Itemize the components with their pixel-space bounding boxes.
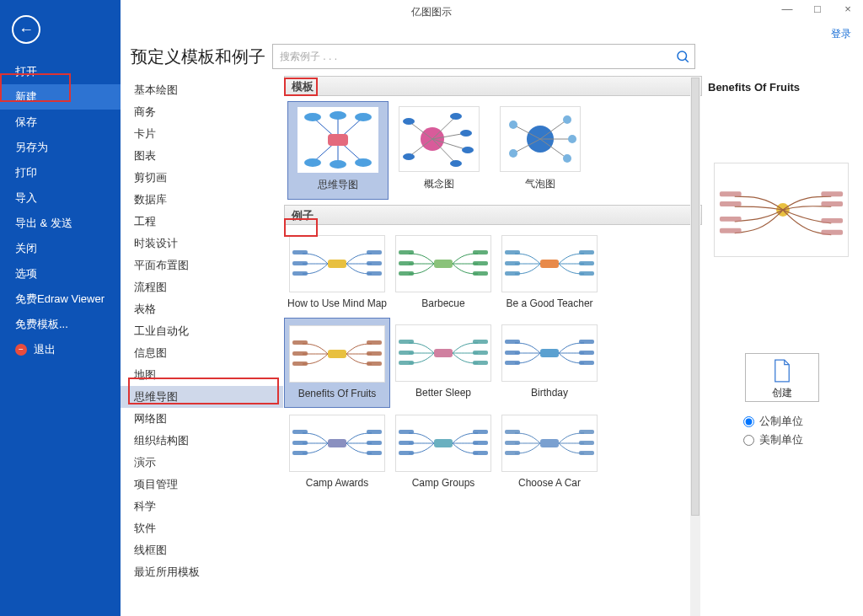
svg-point-36 xyxy=(563,115,571,124)
example-item[interactable]: Camp Groups xyxy=(390,408,496,497)
svg-rect-110 xyxy=(821,230,843,235)
example-thumbnail xyxy=(501,324,598,382)
svg-rect-100 xyxy=(579,441,594,445)
unit-metric-radio[interactable] xyxy=(743,416,754,427)
template-item[interactable]: 思维导图 xyxy=(287,101,389,200)
svg-rect-40 xyxy=(292,250,308,254)
scrollbar-thumb[interactable] xyxy=(691,78,700,516)
nav-label: 退出 xyxy=(34,337,56,362)
nav-item[interactable]: 打印 xyxy=(0,160,121,185)
svg-rect-49 xyxy=(399,271,414,276)
svg-point-37 xyxy=(568,135,576,143)
svg-rect-107 xyxy=(821,191,843,196)
example-item[interactable]: Benefits Of Fruits xyxy=(284,318,390,409)
close-button[interactable]: × xyxy=(833,0,863,20)
scrollbar[interactable] xyxy=(690,78,700,616)
template-label: 思维导图 xyxy=(288,178,388,192)
nav-label: 保存 xyxy=(15,115,37,128)
search-wrap xyxy=(272,44,695,69)
nav-item[interactable]: 选项 xyxy=(0,261,121,287)
svg-line-1 xyxy=(685,59,689,62)
svg-rect-50 xyxy=(473,250,488,254)
nav-item[interactable]: 关闭 xyxy=(0,236,121,261)
svg-rect-71 xyxy=(473,340,488,344)
example-item[interactable]: Better Sleep xyxy=(390,318,496,409)
example-item[interactable]: Camp Awards xyxy=(284,408,390,497)
svg-rect-82 xyxy=(292,430,308,434)
create-button[interactable]: 创建 xyxy=(745,353,819,402)
unit-imperial-option[interactable]: 美制单位 xyxy=(743,431,858,449)
search-icon[interactable] xyxy=(675,49,690,64)
example-thumbnail xyxy=(501,415,598,472)
svg-rect-67 xyxy=(434,349,453,357)
example-item[interactable]: How to Use Mind Map xyxy=(284,228,390,318)
svg-rect-64 xyxy=(367,340,382,345)
svg-rect-85 xyxy=(367,430,382,434)
search-input[interactable] xyxy=(272,44,695,69)
svg-rect-109 xyxy=(821,218,843,223)
template-item[interactable]: 概念图 xyxy=(389,101,490,200)
template-item[interactable]: 气泡图 xyxy=(490,101,591,200)
svg-rect-83 xyxy=(292,441,308,445)
back-button[interactable]: ← xyxy=(12,15,40,44)
svg-rect-61 xyxy=(292,340,308,345)
svg-point-38 xyxy=(563,154,571,163)
example-label: How to Use Mind Map xyxy=(287,297,388,311)
svg-rect-43 xyxy=(367,250,382,254)
nav-label: 免费模板... xyxy=(15,318,68,330)
nav-item[interactable]: 免费模板... xyxy=(0,312,121,337)
example-label: Camp Awards xyxy=(287,477,388,490)
example-grid: How to Use Mind Map Barbecue Be a Good T… xyxy=(284,225,702,501)
nav-label: 新建 xyxy=(15,90,37,103)
example-label: Barbecue xyxy=(393,297,494,311)
unit-metric-option[interactable]: 公制单位 xyxy=(743,412,858,431)
maximize-button[interactable]: □ xyxy=(802,0,833,20)
nav-item[interactable]: 打开 xyxy=(0,59,121,84)
template-thumbnail xyxy=(399,106,480,172)
window-controls: — □ × xyxy=(772,0,863,20)
svg-rect-66 xyxy=(367,362,382,366)
preview-thumbnail xyxy=(714,163,849,257)
nav-item[interactable]: 保存 xyxy=(0,110,121,135)
svg-rect-92 xyxy=(473,430,488,434)
nav-item[interactable]: 新建 xyxy=(0,84,121,110)
example-thumbnail xyxy=(289,325,385,383)
nav-item[interactable]: 导入 xyxy=(0,185,121,211)
nav-item[interactable]: 免费Edraw Viewer xyxy=(0,287,121,312)
svg-rect-45 xyxy=(367,271,382,276)
page-title: 预定义模板和例子 xyxy=(131,46,265,68)
nav-item[interactable]: 导出 & 发送 xyxy=(0,211,121,236)
svg-rect-86 xyxy=(367,441,382,445)
svg-rect-90 xyxy=(399,441,414,445)
example-item[interactable]: Birthday xyxy=(496,318,603,409)
unit-metric-label: 公制单位 xyxy=(759,414,803,429)
nav-item[interactable]: 另存为 xyxy=(0,135,121,160)
app-title: 亿图图示 xyxy=(411,6,452,18)
svg-point-35 xyxy=(509,149,517,158)
svg-rect-69 xyxy=(399,351,414,355)
svg-point-34 xyxy=(509,121,517,129)
example-item[interactable]: Be a Good Teacher xyxy=(496,228,603,318)
title-bar: 亿图图示 — □ × xyxy=(0,0,863,24)
section-examples-header: 例子 xyxy=(284,205,702,225)
minimize-button[interactable]: — xyxy=(772,0,802,20)
nav-item[interactable]: −退出 xyxy=(0,337,121,362)
arrow-left-icon: ← xyxy=(19,21,34,39)
svg-rect-52 xyxy=(473,271,488,276)
svg-rect-48 xyxy=(399,261,414,265)
example-item[interactable]: Choose A Car xyxy=(496,408,603,497)
unit-imperial-radio[interactable] xyxy=(743,435,754,446)
svg-rect-88 xyxy=(434,439,453,447)
example-item[interactable]: Barbecue xyxy=(390,228,496,318)
unit-imperial-label: 美制单位 xyxy=(759,432,803,447)
svg-rect-77 xyxy=(505,361,520,365)
content-scroll: 模板 思维导图 概念图 气泡图 例子 How to Use Mind Map xyxy=(284,76,702,613)
svg-point-13 xyxy=(355,158,372,167)
svg-rect-87 xyxy=(367,451,382,455)
svg-point-26 xyxy=(462,147,474,153)
nav-label: 关闭 xyxy=(15,242,37,254)
svg-rect-53 xyxy=(540,260,559,268)
unit-radio-group: 公制单位 美制单位 xyxy=(743,412,858,449)
example-thumbnail xyxy=(395,324,491,382)
template-label: 气泡图 xyxy=(490,177,591,191)
